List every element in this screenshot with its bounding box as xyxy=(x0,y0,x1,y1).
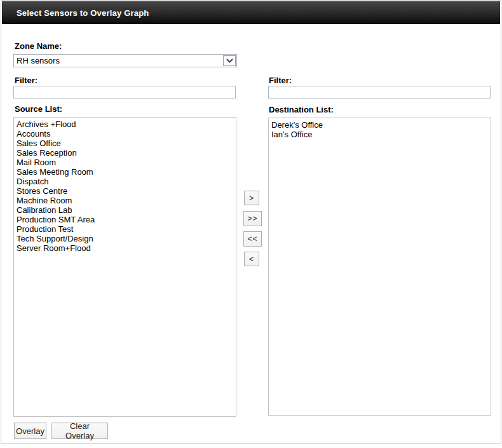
move-left-button[interactable]: < xyxy=(244,252,259,266)
list-item[interactable]: Ian's Office xyxy=(269,130,491,139)
move-right-button[interactable]: > xyxy=(244,191,259,205)
dialog-title: Select Sensors to Overlay Graph xyxy=(17,8,149,18)
list-item[interactable]: Mail Room xyxy=(14,158,236,167)
list-item[interactable]: Dispatch xyxy=(14,177,236,186)
list-item[interactable]: Sales Meeting Room xyxy=(14,167,236,177)
destination-filter-input[interactable] xyxy=(268,86,491,98)
overlay-dialog: Select Sensors to Overlay Graph Zone Nam… xyxy=(1,0,501,444)
list-item[interactable]: Derek's Office xyxy=(269,120,491,130)
chevron-down-icon[interactable] xyxy=(223,55,236,66)
overlay-button[interactable]: Overlay xyxy=(14,423,46,439)
list-item[interactable]: Calibration Lab xyxy=(14,205,236,215)
source-list-label: Source List: xyxy=(15,104,62,114)
list-item[interactable]: Sales Office xyxy=(14,139,236,148)
list-item[interactable]: Tech Support/Design xyxy=(14,234,236,243)
move-all-right-button[interactable]: >> xyxy=(243,211,262,226)
zone-name-label: Zone Name: xyxy=(15,41,62,51)
source-filter-input[interactable] xyxy=(13,86,236,98)
list-item[interactable]: Stores Centre xyxy=(14,186,236,196)
dialog-titlebar: Select Sensors to Overlay Graph xyxy=(2,1,500,24)
destination-list-label: Destination List: xyxy=(269,105,334,114)
clear-overlay-button[interactable]: Clear Overlay xyxy=(51,423,108,439)
list-item[interactable]: Accounts xyxy=(14,129,236,139)
list-item[interactable]: Production SMT Area xyxy=(14,215,236,224)
list-item[interactable]: Server Room+Flood xyxy=(14,243,236,253)
destination-filter-label: Filter: xyxy=(269,76,292,85)
move-all-left-button[interactable]: << xyxy=(243,231,262,247)
source-filter-label: Filter: xyxy=(15,76,37,85)
list-item[interactable]: Machine Room xyxy=(14,196,236,205)
list-item[interactable]: Archives +Flood xyxy=(14,119,236,129)
destination-list[interactable]: Derek's OfficeIan's Office xyxy=(268,118,491,416)
zone-name-select[interactable]: RH sensors xyxy=(13,54,237,67)
source-list[interactable]: Archives +FloodAccountsSales OfficeSales… xyxy=(13,117,236,417)
list-item[interactable]: Sales Reception xyxy=(14,148,236,158)
list-item[interactable]: Production Test xyxy=(14,224,236,234)
zone-name-selected-value: RH sensors xyxy=(17,55,60,67)
